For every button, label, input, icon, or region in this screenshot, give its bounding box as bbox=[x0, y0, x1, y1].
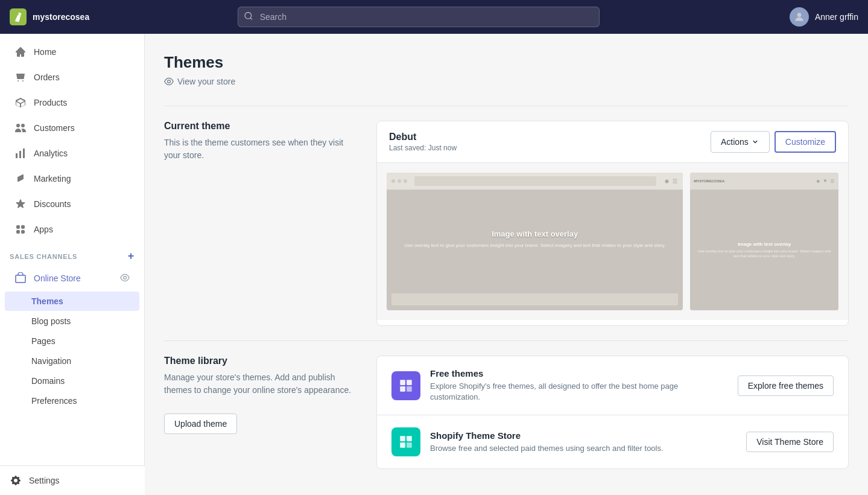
theme-card-header: Debut Last saved: Just now Actions Custo… bbox=[377, 121, 848, 163]
marketing-icon bbox=[14, 173, 27, 185]
current-theme-section: Current theme This is the theme customer… bbox=[164, 121, 849, 326]
preview-hero-title: Image with text overlay bbox=[492, 229, 578, 238]
sidebar-item-orders[interactable]: Orders bbox=[5, 65, 139, 89]
sidebar: Home Orders Products Customers Analytics… bbox=[0, 34, 145, 495]
sidebar-item-apps[interactable]: Apps bbox=[5, 217, 139, 241]
store-name: mystorecosea bbox=[33, 12, 89, 22]
sidebar-sub-blog-posts-label: Blog posts bbox=[31, 316, 71, 326]
search-icon bbox=[244, 11, 253, 23]
eye-icon[interactable] bbox=[120, 273, 130, 284]
svg-rect-12 bbox=[400, 436, 405, 442]
theme-saved: Last saved: Just now bbox=[389, 144, 457, 152]
free-themes-item: Free themes Explore Shopify's free theme… bbox=[377, 356, 848, 415]
svg-point-7 bbox=[817, 180, 820, 183]
user-menu[interactable]: Anner grffin bbox=[790, 7, 858, 27]
sales-channels-section: SALES CHANNELS + bbox=[0, 243, 144, 265]
sidebar-item-online-store[interactable]: Online Store bbox=[5, 266, 139, 290]
svg-point-2 bbox=[797, 13, 802, 17]
theme-actions: Actions Customize bbox=[711, 131, 836, 153]
sidebar-sub-navigation[interactable]: Navigation bbox=[5, 351, 139, 371]
divider-middle bbox=[164, 340, 849, 341]
main-content: Themes View your store Current theme Thi… bbox=[145, 34, 868, 495]
sidebar-label-marketing: Marketing bbox=[34, 174, 71, 184]
theme-card: Debut Last saved: Just now Actions Custo… bbox=[376, 121, 849, 326]
svg-rect-15 bbox=[407, 442, 412, 448]
explore-free-themes-button[interactable]: Explore free themes bbox=[738, 375, 834, 396]
sidebar-sub-preferences[interactable]: Preferences bbox=[5, 391, 139, 410]
actions-button[interactable]: Actions bbox=[711, 131, 770, 153]
sidebar-label-discounts: Discounts bbox=[34, 199, 71, 209]
svg-rect-11 bbox=[407, 386, 412, 392]
upload-theme-button[interactable]: Upload theme bbox=[164, 414, 237, 434]
theme-store-icon bbox=[391, 427, 420, 456]
sidebar-sub-domains-label: Domains bbox=[31, 376, 65, 386]
sidebar-bottom: Settings bbox=[0, 465, 145, 495]
preview-sidebar-text: Use overlay text to give your customers … bbox=[695, 249, 834, 259]
theme-library-title: Theme library bbox=[164, 356, 357, 366]
search-input[interactable] bbox=[238, 7, 600, 27]
sidebar-sub-themes-label: Themes bbox=[31, 296, 63, 306]
sidebar-label-home: Home bbox=[34, 47, 56, 57]
visit-theme-store-button[interactable]: Visit Theme Store bbox=[746, 432, 834, 452]
theme-name: Debut bbox=[389, 132, 457, 142]
theme-store-item: Shopify Theme Store Browse free and sele… bbox=[377, 415, 848, 468]
sidebar-label-customers: Customers bbox=[34, 123, 75, 133]
theme-store-title: Shopify Theme Store bbox=[430, 430, 737, 441]
view-store-label: View your store bbox=[177, 77, 235, 86]
customize-button[interactable]: Customize bbox=[775, 131, 836, 153]
sidebar-item-products[interactable]: Products bbox=[5, 91, 139, 115]
actions-label: Actions bbox=[721, 137, 749, 147]
svg-rect-9 bbox=[407, 380, 412, 385]
free-themes-info: Free themes Explore Shopify's free theme… bbox=[430, 368, 728, 403]
svg-point-1 bbox=[245, 13, 252, 19]
preview-dot-3 bbox=[404, 179, 407, 183]
online-store-icon bbox=[14, 272, 27, 284]
theme-store-desc: Browse free and selected paid themes usi… bbox=[430, 443, 737, 454]
sidebar-sub-pages[interactable]: Pages bbox=[5, 331, 139, 351]
sidebar-item-settings[interactable]: Settings bbox=[0, 466, 145, 495]
page-title: Themes bbox=[164, 53, 849, 72]
theme-preview: Image with text overlay Use overlay text… bbox=[377, 163, 848, 320]
settings-icon bbox=[10, 474, 22, 487]
sidebar-sub-blog-posts[interactable]: Blog posts bbox=[5, 311, 139, 331]
sidebar-sub-preferences-label: Preferences bbox=[31, 396, 77, 406]
sidebar-item-discounts[interactable]: Discounts bbox=[5, 192, 139, 216]
svg-rect-3 bbox=[16, 275, 25, 283]
sales-channels-label: SALES CHANNELS bbox=[10, 253, 77, 260]
sidebar-item-customers[interactable]: Customers bbox=[5, 116, 139, 140]
sidebar-sub-domains[interactable]: Domains bbox=[5, 371, 139, 391]
svg-rect-8 bbox=[400, 380, 405, 385]
sidebar-label-products: Products bbox=[34, 98, 67, 107]
preview-topbar bbox=[387, 173, 683, 190]
sidebar-item-home[interactable]: Home bbox=[5, 40, 139, 64]
theme-info: Debut Last saved: Just now bbox=[389, 132, 457, 152]
add-channel-button[interactable]: + bbox=[128, 250, 135, 263]
view-store-link[interactable]: View your store bbox=[164, 77, 849, 86]
svg-point-6 bbox=[665, 180, 669, 184]
free-themes-icon bbox=[391, 371, 420, 400]
preview-sidebar-hero: Image with text overlay Use overlay text… bbox=[690, 190, 838, 310]
store-logo[interactable]: mystorecosea bbox=[10, 8, 142, 25]
preview-dot-1 bbox=[391, 179, 395, 183]
sidebar-label-orders: Orders bbox=[34, 72, 60, 82]
svg-rect-10 bbox=[400, 386, 405, 392]
sidebar-sub-themes[interactable]: Themes bbox=[5, 292, 139, 311]
sidebar-label-analytics: Analytics bbox=[34, 148, 68, 158]
online-store-label: Online Store bbox=[34, 273, 81, 283]
preview-hero: Image with text overlay Use overlay text… bbox=[387, 190, 683, 289]
orders-icon bbox=[14, 71, 27, 83]
sidebar-item-marketing[interactable]: Marketing bbox=[5, 167, 139, 191]
preview-nav bbox=[414, 176, 656, 186]
topbar: mystorecosea Anner grffin bbox=[0, 0, 868, 34]
sidebar-label-apps: Apps bbox=[34, 225, 53, 234]
sidebar-item-analytics[interactable]: Analytics bbox=[5, 141, 139, 165]
analytics-icon bbox=[14, 147, 27, 159]
free-themes-desc: Explore Shopify's free themes, all desig… bbox=[430, 381, 728, 403]
explore-free-themes-label: Explore free themes bbox=[748, 381, 823, 391]
preview-main: Image with text overlay Use overlay text… bbox=[387, 173, 683, 310]
sidebar-sub-navigation-label: Navigation bbox=[31, 356, 71, 366]
home-icon bbox=[14, 46, 27, 58]
preview-sidebar-title: Image with text overlay bbox=[738, 241, 791, 247]
free-themes-title: Free themes bbox=[430, 368, 728, 378]
svg-rect-13 bbox=[407, 436, 412, 442]
